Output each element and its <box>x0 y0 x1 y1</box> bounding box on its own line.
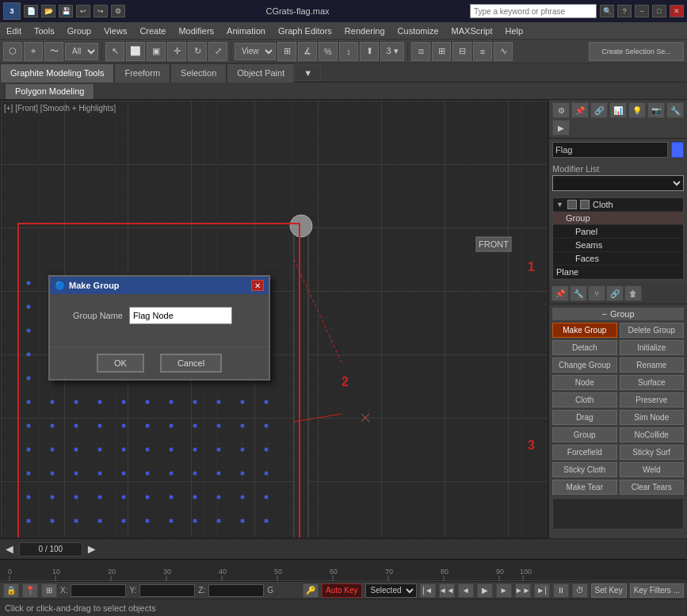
num-btn[interactable]: 3 ▾ <box>380 42 404 61</box>
chain-icon[interactable]: 🔗 <box>606 285 624 301</box>
mirror-btn[interactable]: ⧈ <box>411 42 430 61</box>
scale-btn[interactable]: ⤢ <box>208 42 227 61</box>
goto-end-btn[interactable]: ►| <box>534 583 550 598</box>
group-btn[interactable]: Group <box>552 427 617 442</box>
drag-btn[interactable]: Drag <box>552 410 617 425</box>
region-tool[interactable]: 〜 <box>44 42 63 61</box>
auto-key-btn[interactable]: Auto Key <box>322 583 362 598</box>
group-minus-icon[interactable]: − <box>601 309 606 319</box>
surface-btn[interactable]: Surface <box>620 375 685 390</box>
rename-btn[interactable]: Rename <box>620 358 685 373</box>
menu-modifiers[interactable]: Modifiers <box>175 25 217 37</box>
next-key-btn[interactable]: ►► <box>515 583 531 598</box>
select-region-btn[interactable]: ⬜ <box>126 42 145 61</box>
x-input[interactable] <box>71 584 126 597</box>
menu-graph-editors[interactable]: Graph Editors <box>275 25 335 37</box>
tab-selection[interactable]: Selection <box>170 63 227 82</box>
close-btn[interactable]: ✕ <box>670 5 684 17</box>
prev-frame-btn[interactable]: ◄ <box>3 542 16 557</box>
pos-icon[interactable]: 📍 <box>22 583 38 598</box>
rp-icon-3[interactable]: 🔗 <box>590 102 608 118</box>
prev-frame-btn2[interactable]: ◄ <box>458 583 474 598</box>
menu-rendering[interactable]: Rendering <box>342 25 388 37</box>
cloth-btn[interactable]: Cloth <box>552 392 617 407</box>
wrench-icon[interactable]: 🔧 <box>570 285 587 301</box>
grid-icon[interactable]: ⊞ <box>41 583 57 598</box>
snap-btn[interactable]: ⊞ <box>277 42 296 61</box>
percent-snap-btn[interactable]: % <box>319 42 338 61</box>
menu-group[interactable]: Group <box>64 25 95 37</box>
z-input[interactable] <box>208 584 264 597</box>
preserve-btn[interactable]: Preserve <box>620 392 685 407</box>
menu-create[interactable]: Create <box>136 25 169 37</box>
rotate-btn[interactable]: ↻ <box>188 42 207 61</box>
array-btn[interactable]: ⊞ <box>432 42 451 61</box>
object-color-swatch[interactable] <box>671 142 684 158</box>
mod-item-plane[interactable]: Plane <box>553 266 683 279</box>
search-input[interactable] <box>470 4 597 18</box>
playback-icon[interactable]: ⏸ <box>553 583 569 598</box>
filter-dropdown[interactable]: All <box>65 43 98 60</box>
cancel-button[interactable]: Cancel <box>160 354 222 373</box>
lock-icon[interactable]: 🔒 <box>3 583 19 598</box>
menu-tools[interactable]: Tools <box>31 25 58 37</box>
misc-btn[interactable]: ⚙ <box>111 5 125 17</box>
help-icon[interactable]: ? <box>617 5 632 17</box>
rp-icon-5[interactable]: 💡 <box>628 102 646 118</box>
align-btn[interactable]: ⊟ <box>452 42 471 61</box>
angle-snap-btn[interactable]: ∡ <box>298 42 317 61</box>
next-frame-btn[interactable]: ► <box>86 542 98 557</box>
y-input[interactable] <box>139 584 195 597</box>
menu-views[interactable]: Views <box>101 25 130 37</box>
search-icon[interactable]: 🔍 <box>600 5 614 17</box>
select-btn[interactable]: ↖ <box>105 42 124 61</box>
undo-btn[interactable]: ↩ <box>76 5 90 17</box>
layer-btn[interactable]: ≡ <box>473 42 492 61</box>
mod-item-panel[interactable]: Panel <box>553 225 683 239</box>
group-name-input[interactable] <box>129 307 232 324</box>
tab-freeform[interactable]: Freeform <box>114 63 170 82</box>
make-group-btn[interactable]: Make Group <box>552 323 617 338</box>
tab-polygon-modeling[interactable]: Polygon Modeling <box>5 83 94 99</box>
maximize-btn[interactable]: □ <box>652 5 666 17</box>
mod-item-seams[interactable]: Seams <box>553 239 683 252</box>
next-frame-btn2[interactable]: ► <box>496 583 512 598</box>
selected-dropdown[interactable]: Selected <box>365 583 417 598</box>
viewport[interactable]: [+] [Front] [Smooth + Highlights] <box>0 100 548 538</box>
sim-node-btn[interactable]: Sim Node <box>620 410 685 425</box>
select-tool[interactable]: ⬡ <box>3 42 22 61</box>
menu-help[interactable]: Help <box>502 25 527 37</box>
rp-icon-2[interactable]: 📌 <box>571 102 589 118</box>
key-filters-btn[interactable]: Key Filters ... <box>630 583 684 598</box>
menu-edit[interactable]: Edit <box>3 25 25 37</box>
play-btn[interactable]: ▶ <box>477 583 493 598</box>
menu-customize[interactable]: Customize <box>395 25 442 37</box>
lasso-tool[interactable]: ⌖ <box>24 42 43 61</box>
cloth-visibility-check[interactable] <box>567 200 577 209</box>
prev-key-btn[interactable]: ◄◄ <box>439 583 455 598</box>
new-btn[interactable]: 📄 <box>24 5 38 17</box>
weld-btn[interactable]: Weld <box>620 462 685 477</box>
sticky-surf-btn[interactable]: Sticky Surf <box>620 445 685 460</box>
clear-tears-btn[interactable]: Clear Tears <box>620 480 685 495</box>
change-group-btn[interactable]: Change Group <box>552 358 617 373</box>
rp-icon-6[interactable]: 📷 <box>647 102 665 118</box>
mod-item-group[interactable]: Group <box>553 212 683 225</box>
time-cfg-icon[interactable]: ⏱ <box>572 583 588 598</box>
make-tear-btn[interactable]: Make Tear <box>552 480 617 495</box>
tab-extra-btn[interactable]: ▼ <box>295 65 321 81</box>
redo-btn[interactable]: ↪ <box>94 5 108 17</box>
modifier-list-dropdown[interactable] <box>552 175 684 191</box>
key-icon[interactable]: 🔑 <box>303 583 319 598</box>
open-btn[interactable]: 📂 <box>41 5 55 17</box>
tab-graphite[interactable]: Graphite Modeling Tools <box>0 63 114 82</box>
menu-maxscript[interactable]: MAXScript <box>448 25 496 37</box>
select-box-btn[interactable]: ▣ <box>147 42 166 61</box>
mod-item-cloth[interactable]: ▼ Cloth <box>553 198 683 212</box>
delete-group-btn[interactable]: Delete Group <box>620 323 685 338</box>
object-name-input[interactable] <box>552 142 668 158</box>
initialize-btn[interactable]: Initialize <box>620 340 685 355</box>
trash-icon[interactable]: 🗑 <box>624 285 642 301</box>
view-dropdown[interactable]: View <box>235 43 276 60</box>
forcefield-btn[interactable]: Forcefield <box>552 445 617 460</box>
